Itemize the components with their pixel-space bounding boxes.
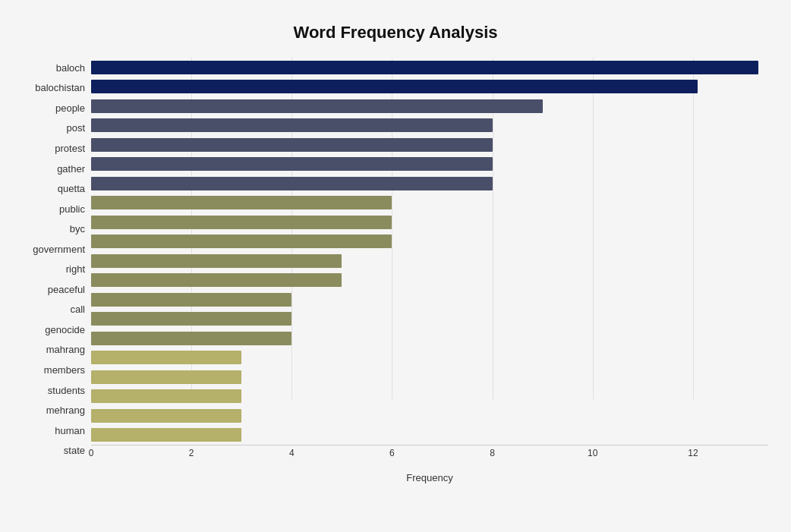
bar-row — [91, 156, 768, 172]
bar-row — [91, 78, 768, 95]
bar — [91, 273, 342, 287]
chart-title: Word Frequency Analysis — [23, 23, 768, 42]
bar-row — [91, 369, 768, 386]
y-label: public — [59, 204, 85, 214]
bar-row — [91, 291, 768, 308]
bar-row — [91, 98, 768, 115]
x-tick: 2 — [189, 448, 194, 458]
x-axis: 024681012 — [91, 445, 768, 467]
y-label: members — [44, 365, 85, 375]
plot-area: 024681012 Frequency — [91, 58, 768, 483]
y-label: right — [66, 264, 85, 274]
chart-container: Word Frequency Analysis balochbalochista… — [8, 8, 783, 532]
y-label: gather — [57, 164, 85, 174]
y-label: students — [48, 386, 85, 395]
bar-row — [91, 137, 768, 153]
y-axis: balochbalochistanpeoplepostprotestgather… — [23, 58, 91, 483]
y-label: quetta — [58, 184, 85, 194]
bar-row — [91, 310, 768, 327]
y-label: post — [66, 123, 85, 133]
bar — [91, 332, 292, 345]
y-label: call — [70, 304, 85, 314]
bar-row — [91, 388, 768, 405]
bar-row — [91, 349, 768, 366]
bar — [91, 389, 241, 403]
y-label: state — [64, 445, 85, 455]
y-label: people — [55, 103, 85, 113]
x-tick: 0 — [89, 448, 94, 458]
bar — [91, 293, 292, 307]
bar-row — [91, 175, 768, 192]
bar — [91, 370, 241, 384]
y-label: government — [33, 244, 85, 254]
y-label: human — [55, 426, 85, 436]
bar — [91, 351, 241, 364]
x-tick: 4 — [289, 448, 295, 458]
bar — [91, 177, 493, 190]
bar — [91, 80, 698, 93]
y-label: baloch — [56, 63, 85, 73]
bars-container — [91, 58, 768, 445]
bar-row — [91, 214, 768, 231]
bar-row — [91, 272, 768, 288]
bar — [91, 138, 493, 152]
bar-row — [91, 117, 768, 134]
bar — [91, 409, 241, 423]
y-label: genocide — [45, 325, 85, 335]
bar — [91, 196, 392, 209]
bar-row — [91, 253, 768, 269]
bar-row — [91, 233, 768, 250]
y-label: mehrang — [46, 405, 85, 415]
y-label: peaceful — [48, 285, 85, 294]
bar — [91, 118, 493, 132]
y-label: protest — [55, 143, 85, 153]
bar-row — [91, 194, 768, 211]
bar-row — [91, 427, 768, 443]
x-tick: 10 — [588, 448, 597, 458]
y-label: mahrang — [46, 345, 85, 354]
chart-area: balochbalochistanpeoplepostprotestgather… — [23, 58, 768, 483]
bar — [91, 312, 292, 326]
y-label: balochistan — [35, 83, 85, 93]
x-tick: 12 — [688, 448, 698, 458]
bar — [91, 235, 392, 248]
bar — [91, 157, 493, 171]
bar-row — [91, 330, 768, 347]
bar — [91, 216, 392, 229]
bar — [91, 99, 543, 113]
bar — [91, 61, 758, 74]
x-axis-label: Frequency — [91, 472, 768, 483]
x-tick: 6 — [389, 448, 395, 458]
x-tick: 8 — [490, 448, 495, 458]
bar-row — [91, 59, 768, 76]
bar — [91, 254, 342, 268]
bar — [91, 428, 241, 442]
bar-row — [91, 408, 768, 424]
y-label: byc — [70, 224, 85, 234]
